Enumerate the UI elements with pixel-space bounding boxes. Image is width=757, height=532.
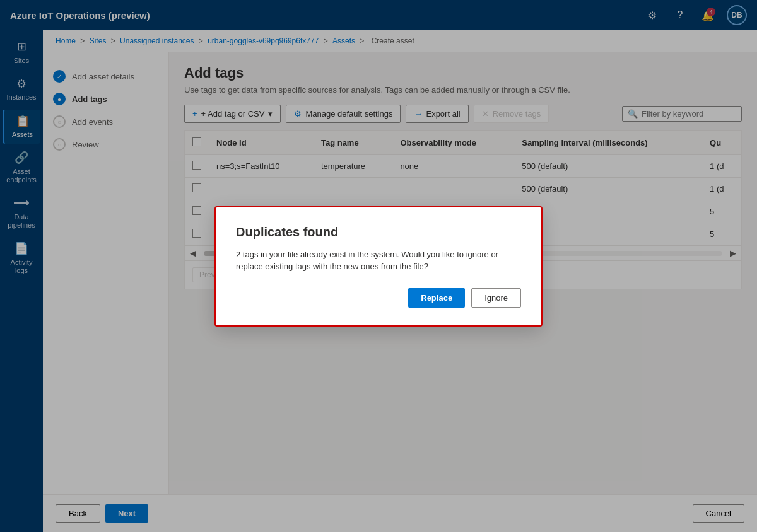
- ignore-button[interactable]: Ignore: [471, 288, 521, 308]
- replace-button[interactable]: Replace: [408, 288, 465, 308]
- duplicates-dialog: Duplicates found 2 tags in your file alr…: [214, 206, 543, 327]
- dialog-description: 2 tags in your file already exist in the…: [236, 248, 521, 273]
- dialog-title: Duplicates found: [236, 225, 521, 240]
- dialog-actions: Replace Ignore: [236, 288, 521, 308]
- dialog-overlay[interactable]: Duplicates found 2 tags in your file alr…: [0, 0, 757, 532]
